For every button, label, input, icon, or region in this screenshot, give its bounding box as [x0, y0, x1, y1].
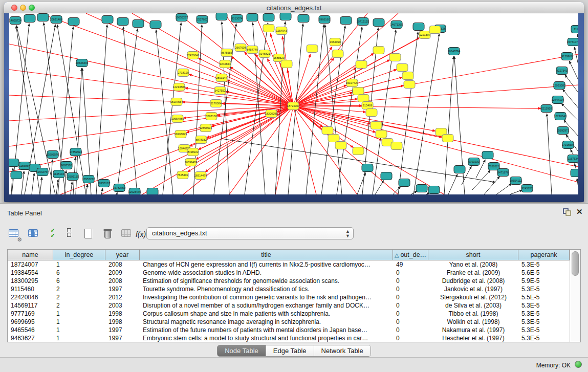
graph-node[interactable]: 915469 — [362, 102, 373, 110]
graph-node[interactable]: 3427552 — [214, 87, 226, 95]
table-settings-button[interactable]: ⚙ — [7, 228, 20, 241]
graph-node[interactable] — [571, 169, 578, 177]
table-cell[interactable]: Jankovic et al. (1997) — [428, 285, 518, 293]
column-header-year[interactable]: year — [105, 250, 140, 260]
graph-node[interactable]: 1527602 — [197, 16, 208, 24]
table-cell[interactable]: Estimation of significance thresholds fo… — [140, 277, 393, 285]
graph-node[interactable]: 16914479 — [194, 172, 207, 180]
graph-node[interactable] — [322, 127, 333, 135]
graph-node[interactable]: 8313074 — [231, 15, 243, 23]
graph-node[interactable]: 7625402 — [177, 171, 188, 179]
show-column-button[interactable] — [27, 228, 40, 241]
graph-node[interactable]: 9227343 — [556, 67, 568, 75]
table-row[interactable]: 1872400712008Changes of HCN gene express… — [8, 260, 570, 269]
table-cell[interactable]: 5.3E-5 — [518, 326, 570, 334]
graph-node[interactable] — [442, 135, 453, 142]
graph-node[interactable]: 1254943 — [276, 27, 287, 35]
graph-node[interactable]: 8454749 — [247, 46, 258, 54]
table-cell[interactable]: 0 — [393, 334, 428, 342]
graph-node[interactable] — [298, 15, 309, 23]
column-header-short[interactable]: short — [428, 250, 518, 260]
graph-node[interactable]: 9146821 — [259, 50, 270, 58]
graph-node[interactable]: 10653267 — [176, 14, 188, 21]
graph-node[interactable]: 1167534 — [568, 155, 578, 163]
vertical-scrollbar[interactable] — [570, 250, 580, 342]
table-cell[interactable]: 14569117 — [8, 301, 53, 310]
table-cell[interactable]: de Silva et al. (2003) — [428, 301, 518, 310]
table-cell[interactable]: 18300295 — [8, 277, 53, 285]
table-cell[interactable]: 49 — [393, 260, 428, 269]
graph-node[interactable]: 8471676 — [497, 169, 509, 177]
graph-node[interactable] — [376, 130, 387, 138]
float-panel-icon[interactable] — [563, 208, 572, 216]
column-header-title[interactable]: title — [140, 250, 393, 260]
graph-node[interactable]: 14055724 — [9, 17, 21, 25]
table-cell[interactable]: Changes of HCN gene expression and I(f) … — [140, 260, 393, 269]
graph-node[interactable]: 9245652 — [521, 185, 533, 192]
graph-node[interactable]: 3267130 — [206, 113, 217, 120]
graph-node[interactable]: 9097588 — [61, 162, 72, 169]
table-cell[interactable]: Stergiakouli et al. (2012) — [428, 293, 518, 301]
new-table-button[interactable] — [82, 228, 95, 241]
table-cell[interactable]: Dudbridge et al. (2008) — [428, 277, 518, 285]
graph-node[interactable]: 10654112 — [510, 177, 522, 185]
table-cell[interactable]: 2009 — [105, 269, 140, 277]
table-row[interactable]: 1938455462009Genome-wide association stu… — [8, 269, 570, 277]
table-row[interactable]: 1456911722003Disruption of a novel membe… — [8, 301, 570, 310]
graph-node[interactable]: 16648794 — [448, 48, 460, 55]
graph-node[interactable] — [381, 172, 392, 180]
graph-node[interactable]: 22420046 — [187, 52, 199, 59]
graph-node[interactable] — [413, 23, 424, 31]
table-cell[interactable]: 1 — [53, 326, 105, 334]
graph-node[interactable]: 19166829 — [175, 130, 187, 138]
table-cell[interactable]: 9465546 — [8, 326, 53, 334]
graph-node[interactable] — [24, 15, 35, 23]
graph-node[interactable] — [216, 13, 227, 20]
table-cell[interactable]: Nakamura et al. (1997) — [428, 326, 518, 334]
graph-node[interactable] — [454, 166, 465, 173]
table-cell[interactable]: 19384554 — [8, 269, 53, 277]
table-cell[interactable]: 5.3E-5 — [518, 301, 570, 310]
table-cell[interactable]: 5.3E-5 — [518, 334, 570, 342]
graph-node[interactable] — [428, 186, 440, 194]
table-cell[interactable]: 1997 — [105, 285, 140, 293]
graph-node[interactable]: 10958167 — [98, 180, 110, 187]
graph-node[interactable] — [482, 151, 493, 159]
graph-node[interactable]: 16099489 — [185, 159, 197, 166]
graph-node[interactable]: 1145194 — [53, 170, 64, 178]
graph-node[interactable] — [133, 20, 144, 28]
graph-node[interactable]: 12444194 — [552, 96, 564, 104]
graph-node[interactable] — [340, 17, 352, 25]
graph-node[interactable] — [263, 14, 274, 21]
graph-node[interactable] — [280, 13, 291, 20]
graph-node[interactable] — [404, 81, 415, 89]
table-cell[interactable]: 0 — [393, 326, 428, 334]
table-cell[interactable]: 2003 — [105, 301, 140, 310]
graph-node[interactable] — [353, 87, 364, 95]
table-cell[interactable]: Embryonic stem cells: a model to study s… — [140, 334, 393, 342]
table-cell[interactable]: Franke et al. (2009) — [428, 269, 518, 277]
graph-node[interactable]: 12093582 — [553, 82, 565, 90]
delete-rows-button[interactable] — [101, 228, 115, 241]
table-cell[interactable]: 5.3E-5 — [518, 285, 570, 293]
graph-node[interactable]: 18724007 — [287, 102, 299, 110]
table-cell[interactable]: 2012 — [105, 293, 140, 301]
graph-node[interactable] — [373, 19, 384, 27]
graph-node[interactable]: 6966160 — [319, 16, 330, 24]
graph-node[interactable]: 9242844 — [220, 60, 231, 68]
graph-node[interactable]: 9129966 — [561, 53, 573, 60]
table-cell[interactable]: 1 — [53, 318, 105, 326]
table-cell[interactable]: 1997 — [105, 326, 140, 334]
table-row[interactable]: 1830029562008Estimation of significance … — [8, 277, 570, 285]
table-cell[interactable]: Wolkin et al. (1998) — [428, 318, 518, 326]
table-cell[interactable]: 1997 — [105, 334, 140, 342]
graph-node[interactable]: 20533346 — [76, 59, 88, 67]
table-cell[interactable]: 1 — [53, 310, 105, 318]
graph-node[interactable] — [117, 18, 128, 26]
graph-node[interactable]: 16107427 — [346, 79, 358, 87]
table-row[interactable]: 2242004622012Investigating the contribut… — [8, 293, 570, 301]
graph-node[interactable] — [68, 18, 79, 26]
column-header-in_degree[interactable]: in_degree — [53, 250, 105, 260]
graph-node[interactable] — [335, 142, 346, 149]
table-cell[interactable]: 18724007 — [8, 260, 53, 269]
